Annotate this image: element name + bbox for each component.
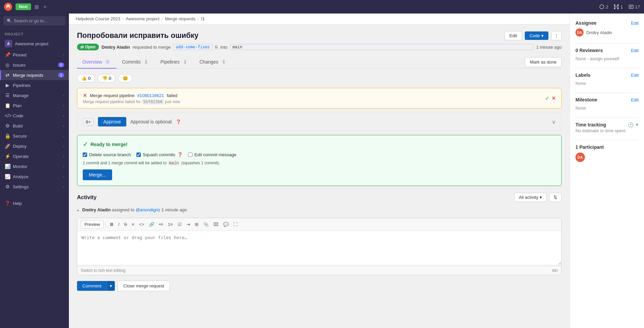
edit-commit-checkbox[interactable] [188,153,192,157]
pipeline-link[interactable]: #1080116621 [137,93,164,98]
activity-action: assigned to [112,207,134,212]
edit-commit-label[interactable]: Edit commit message [188,152,236,157]
sidebar-item-pipelines[interactable]: ▶ Pipelines [0,80,69,90]
delete-source-label[interactable]: Delete source branch [83,152,131,157]
sidebar-item-secure[interactable]: 🔒 Secure › [0,131,69,141]
task-list-button[interactable]: ☑ [176,220,184,228]
sidebar-help[interactable]: ❓ Help [0,198,69,208]
comment-dropdown-button[interactable]: ▾ [107,281,115,291]
emoji-reaction[interactable]: 😊 [118,74,132,83]
issues-counter[interactable]: 2 [599,4,608,9]
approval-section: 8+ Approve Approval is optional ❓ ∨ [77,113,562,131]
bold-button[interactable]: B [108,220,115,228]
comment-template-button[interactable]: 💬 [221,220,231,228]
mr-title: Попробовали исправить ошибку [77,31,199,40]
fullscreen-button[interactable]: ⛶ [231,220,240,228]
sidebar-item-operate[interactable]: ⚡ Operate › [0,151,69,161]
activity-filter-button[interactable]: All activity ▾ [514,193,546,202]
code-button[interactable]: Code ▾ [525,31,548,40]
source-branch[interactable]: add-some-fixes [173,44,212,50]
code-button-label: Code [530,33,540,38]
sidebar-item-pinned[interactable]: 📌 Pinned › [0,50,69,60]
edit-button[interactable]: Edit [505,31,522,40]
breadcrumb-link-2[interactable]: Awesome project [126,16,159,21]
ordered-list-button[interactable]: 1≡ [166,220,175,228]
thumbs-down-reaction[interactable]: 👎 0 [98,74,115,83]
divider [575,43,639,44]
svg-rect-5 [629,5,633,8]
assignee-edit[interactable]: Edit [631,21,639,26]
merge-button[interactable]: Merge... [83,169,112,180]
attach-button[interactable]: 📎 [201,220,211,228]
activity-user: Dmitry Aladin [82,207,111,212]
new-tab-icon[interactable]: ⊞ [34,4,39,10]
reviewers-section: 0 Reviewers Edit None - assign yourself [575,48,639,61]
participants-label: 1 Participant [575,144,604,150]
tab-overview[interactable]: Overview 0 [77,56,117,69]
breadcrumb-link-3[interactable]: Merge requests [165,16,195,21]
sidebar-item-settings[interactable]: ⚙ Settings › [0,182,69,192]
link-button[interactable]: 🔗 [147,220,156,228]
approval-optional-text: Approval is optional [130,119,172,124]
todos-counter[interactable]: 17 [628,4,640,9]
activity-mention[interactable]: @anondigriz [135,207,160,212]
code-block-button[interactable]: <> [137,220,146,228]
issues-icon: ◎ [5,62,10,68]
add-icon[interactable]: ＋ [42,3,48,10]
approve-button[interactable]: Approve [98,117,126,126]
squash-commits-checkbox[interactable] [136,153,141,157]
switch-editor-label[interactable]: Switch to rich text editing [81,268,126,273]
bullet-list-button[interactable]: •≡ [157,220,165,228]
labels-edit[interactable]: Edit [631,73,639,78]
comment-textarea[interactable] [77,231,561,265]
page-content: Попробовали исправить ошибку Edit Code ▾… [69,24,570,298]
reviewers-edit[interactable]: Edit [631,48,639,53]
milestone-edit[interactable]: Edit [631,97,639,102]
strikethrough-button[interactable]: S [122,220,129,228]
sidebar-item-issues[interactable]: ◎ Issues 0 [0,60,69,70]
next-button[interactable]: Next [16,3,31,10]
breadcrumb-link-1[interactable]: Helpdesk Course 2023 [76,16,120,21]
close-merge-request-button[interactable]: Close merge request [118,281,170,291]
italic-button[interactable]: I [116,220,122,228]
mark-done-button[interactable]: Mark as done [525,57,562,67]
sidebar-item-plan[interactable]: 📋 Plan › [0,100,69,111]
time-tracking-header: Time tracking 🕐 + [575,122,639,128]
add-time-icon[interactable]: + [636,122,639,128]
approval-count[interactable]: 8+ [83,118,94,126]
tab-pipelines[interactable]: Pipelines 1 [155,56,194,69]
table-button[interactable]: ⊞ [193,220,201,228]
target-branch[interactable]: main [230,44,534,50]
more-options-button[interactable]: ⋮ [551,31,562,40]
indent-button[interactable]: ⇥ [184,220,192,228]
divider [575,93,639,93]
thumbs-down-icon: 👎 [102,76,107,81]
snippet-button[interactable]: ⌧ [211,220,221,228]
pipeline-sub-text: Merge request pipeline failed for 5bf823… [83,99,180,104]
sidebar-item-monitor[interactable]: 📊 Monitor › [0,161,69,171]
pipeline-alert-content: ✕ Merge request pipeline #1080116621 fai… [83,92,180,104]
preview-tab[interactable]: Preview [81,220,104,229]
merge-section: ✓ Ready to merge! Delete source branch S… [77,135,562,186]
merge-requests-badge: 1 [58,73,64,77]
sidebar-item-code[interactable]: </> Code › [0,111,69,121]
expand-icon[interactable]: ∨ [552,119,556,125]
thumbs-up-reaction[interactable]: 👍 0 [77,74,95,83]
tab-commits[interactable]: Commits 1 [117,56,155,69]
tab-changes[interactable]: Changes 1 [194,56,233,69]
activity-sort-button[interactable]: ⇅ [549,193,562,202]
project-item[interactable]: A Awesome project [0,38,69,50]
comment-button[interactable]: Comment [77,281,107,291]
divider [575,68,639,68]
sidebar-item-merge-requests[interactable]: ⇄ Merge requests 1 [0,70,69,80]
heading-button[interactable]: ≡ [130,220,136,228]
squash-commits-label[interactable]: Squash commits ❓ [136,152,183,157]
search-bar[interactable]: 🔍 Search or go to... [3,16,66,25]
participant-avatar[interactable]: DA [575,153,585,162]
sidebar-item-deploy[interactable]: 🚀 Deploy › [0,141,69,151]
delete-source-checkbox[interactable] [83,153,87,157]
sidebar-item-manage[interactable]: ☰ Manage › [0,90,69,100]
merge-requests-counter[interactable]: 1 [614,4,623,9]
sidebar-item-build[interactable]: ⚙ Build › [0,121,69,131]
sidebar-item-analyze[interactable]: 📈 Analyze › [0,171,69,182]
